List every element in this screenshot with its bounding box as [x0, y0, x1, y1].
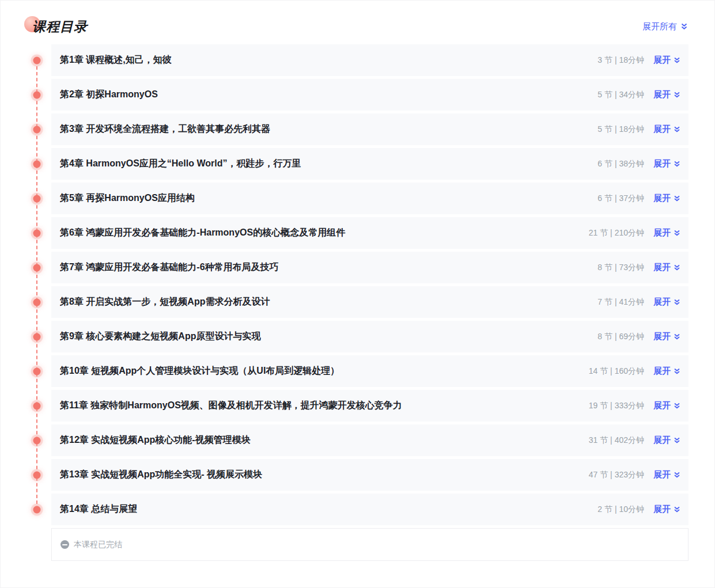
chapter-expand-label: 展开	[653, 158, 671, 169]
timeline-dot-icon	[33, 367, 41, 375]
timeline-dot-icon	[33, 402, 41, 409]
chapter-title: 第10章 短视频App个人管理模块设计与实现（从UI布局到逻辑处理）	[60, 365, 589, 377]
chapter-list-area: 第1章 课程概述,知己，知彼 3 节 | 18分钟 展开 第2章 初探Harmo…	[51, 44, 688, 525]
timeline-dot-icon	[33, 471, 41, 479]
chapter-expand-label: 展开	[653, 55, 671, 66]
chevron-double-down-icon	[674, 298, 680, 306]
chevron-double-down-icon	[674, 91, 680, 98]
chevron-double-down-icon	[674, 333, 680, 340]
chapter-row[interactable]: 第13章 实战短视频App功能全实现- 视频展示模块 47 节 | 323分钟 …	[51, 459, 688, 491]
chapter-meta: 7 节 | 41分钟	[597, 297, 644, 308]
chapter-meta: 8 节 | 73分钟	[597, 263, 644, 273]
chapter-expand-button[interactable]: 展开	[653, 193, 680, 204]
chevron-double-down-icon	[674, 229, 680, 237]
chapter-expand-label: 展开	[653, 504, 671, 515]
course-ended-icon	[60, 540, 69, 549]
chevron-double-down-icon	[674, 160, 680, 168]
chapter-meta: 47 节 | 323分钟	[589, 470, 644, 480]
chapter-row[interactable]: 第1章 课程概述,知己，知彼 3 节 | 18分钟 展开	[51, 44, 688, 76]
chapter-expand-button[interactable]: 展开	[653, 504, 680, 515]
timeline-dot-icon	[33, 229, 41, 237]
expand-all-button[interactable]: 展开所有	[642, 21, 688, 32]
chapter-expand-button[interactable]: 展开	[653, 158, 680, 169]
course-status-text: 本课程已完结	[74, 540, 122, 550]
chapter-meta: 2 节 | 10分钟	[597, 504, 644, 515]
chapter-title: 第11章 独家特制HarmonyOS视频、图像及相机开发详解，提升鸿蒙开发核心竞…	[60, 400, 589, 412]
course-status-box: 本课程已完结	[51, 528, 688, 561]
chapter-expand-button[interactable]: 展开	[653, 331, 680, 342]
chapter-title: 第2章 初探HarmonyOS	[60, 89, 597, 101]
chapter-expand-button[interactable]: 展开	[653, 89, 680, 100]
chapter-row[interactable]: 第9章 核心要素构建之短视频App原型设计与实现 8 节 | 69分钟 展开	[51, 321, 688, 352]
timeline-dot-icon	[33, 91, 41, 98]
chapter-title: 第9章 核心要素构建之短视频App原型设计与实现	[60, 331, 597, 343]
timeline-dot-icon	[33, 264, 41, 271]
chapter-expand-button[interactable]: 展开	[653, 227, 680, 238]
timeline-dot-icon	[33, 333, 41, 340]
chapter-row[interactable]: 第5章 再探HarmonyOS应用结构 6 节 | 37分钟 展开	[51, 183, 688, 214]
chapter-row[interactable]: 第8章 开启实战第一步，短视频App需求分析及设计 7 节 | 41分钟 展开	[51, 286, 688, 318]
chapter-meta: 19 节 | 333分钟	[589, 401, 644, 411]
chapter-row[interactable]: 第7章 鸿蒙应用开发必备基础能力-6种常用布局及技巧 8 节 | 73分钟 展开	[51, 252, 688, 283]
timeline-dot-icon	[33, 298, 41, 306]
chapter-expand-label: 展开	[653, 193, 671, 204]
chapter-meta: 8 节 | 69分钟	[597, 332, 644, 342]
chapter-expand-label: 展开	[653, 89, 671, 100]
chapter-meta: 31 节 | 402分钟	[589, 435, 644, 446]
chapter-title: 第12章 实战短视频App核心功能-视频管理模块	[60, 434, 589, 446]
chapter-expand-button[interactable]: 展开	[653, 55, 680, 66]
chevron-double-down-icon	[674, 126, 680, 133]
chevron-double-down-icon	[674, 264, 680, 271]
chevron-double-down-icon	[674, 437, 680, 444]
chevron-double-down-icon	[674, 471, 680, 479]
chapter-row[interactable]: 第14章 总结与展望 2 节 | 10分钟 展开	[51, 494, 688, 525]
course-catalog-page: 课程目录 展开所有 第1章 课程概述,知己，知彼 3 节 | 18分钟 展开 第…	[1, 1, 714, 587]
chapter-row[interactable]: 第6章 鸿蒙应用开发必备基础能力-HarmonyOS的核心概念及常用组件 21 …	[51, 217, 688, 249]
chapter-rows: 第1章 课程概述,知己，知彼 3 节 | 18分钟 展开 第2章 初探Harmo…	[51, 44, 688, 525]
chapter-expand-label: 展开	[653, 297, 671, 308]
chapter-expand-button[interactable]: 展开	[653, 400, 680, 411]
chapter-expand-button[interactable]: 展开	[653, 262, 680, 273]
chapter-expand-button[interactable]: 展开	[653, 297, 680, 308]
page-title: 课程目录	[32, 19, 88, 34]
chapter-expand-label: 展开	[653, 227, 671, 238]
chapter-expand-label: 展开	[653, 124, 671, 135]
chapter-meta: 14 节 | 160分钟	[589, 366, 644, 377]
chapter-meta: 21 节 | 210分钟	[589, 228, 644, 238]
chapter-title: 第8章 开启实战第一步，短视频App需求分析及设计	[60, 296, 597, 308]
chapter-expand-button[interactable]: 展开	[653, 435, 680, 446]
chapter-title: 第4章 HarmonyOS应用之“Hello World”，积跬步，行万里	[60, 158, 597, 170]
chapter-title: 第5章 再探HarmonyOS应用结构	[60, 192, 597, 204]
chapter-expand-label: 展开	[653, 400, 671, 411]
chapter-expand-label: 展开	[653, 435, 671, 446]
page-title-wrap: 课程目录	[32, 18, 88, 36]
chapter-title: 第6章 鸿蒙应用开发必备基础能力-HarmonyOS的核心概念及常用组件	[60, 227, 589, 239]
chapter-row[interactable]: 第11章 独家特制HarmonyOS视频、图像及相机开发详解，提升鸿蒙开发核心竞…	[51, 390, 688, 422]
chevron-double-down-icon	[674, 56, 680, 64]
chapter-expand-label: 展开	[653, 262, 671, 273]
chapter-expand-label: 展开	[653, 469, 671, 480]
chapter-row[interactable]: 第4章 HarmonyOS应用之“Hello World”，积跬步，行万里 6 …	[51, 148, 688, 180]
catalog-header: 课程目录 展开所有	[1, 1, 714, 36]
chapter-title: 第14章 总结与展望	[60, 503, 597, 515]
timeline-dot-icon	[33, 437, 41, 444]
chapter-row[interactable]: 第10章 短视频App个人管理模块设计与实现（从UI布局到逻辑处理） 14 节 …	[51, 355, 688, 387]
chapter-row[interactable]: 第3章 开发环境全流程搭建，工欲善其事必先利其器 5 节 | 18分钟 展开	[51, 113, 688, 145]
chapter-meta: 5 节 | 18分钟	[597, 124, 644, 135]
chevron-double-down-icon	[674, 506, 680, 513]
chapter-expand-button[interactable]: 展开	[653, 469, 680, 480]
chapter-expand-label: 展开	[653, 366, 671, 377]
chapter-row[interactable]: 第12章 实战短视频App核心功能-视频管理模块 31 节 | 402分钟 展开	[51, 424, 688, 456]
timeline-dot-icon	[33, 56, 41, 64]
chevron-double-down-icon	[674, 367, 680, 375]
timeline-dot-icon	[33, 160, 41, 168]
chapter-title: 第7章 鸿蒙应用开发必备基础能力-6种常用布局及技巧	[60, 261, 597, 274]
chapter-meta: 6 节 | 37分钟	[597, 194, 644, 204]
chapter-expand-button[interactable]: 展开	[653, 366, 680, 377]
chapter-expand-button[interactable]: 展开	[653, 124, 680, 135]
chapter-title: 第1章 课程概述,知己，知彼	[60, 54, 597, 66]
chapter-row[interactable]: 第2章 初探HarmonyOS 5 节 | 34分钟 展开	[51, 79, 688, 111]
timeline-dot-icon	[33, 126, 41, 133]
chevron-double-down-icon	[674, 402, 680, 409]
chapter-title: 第13章 实战短视频App功能全实现- 视频展示模块	[60, 469, 589, 481]
